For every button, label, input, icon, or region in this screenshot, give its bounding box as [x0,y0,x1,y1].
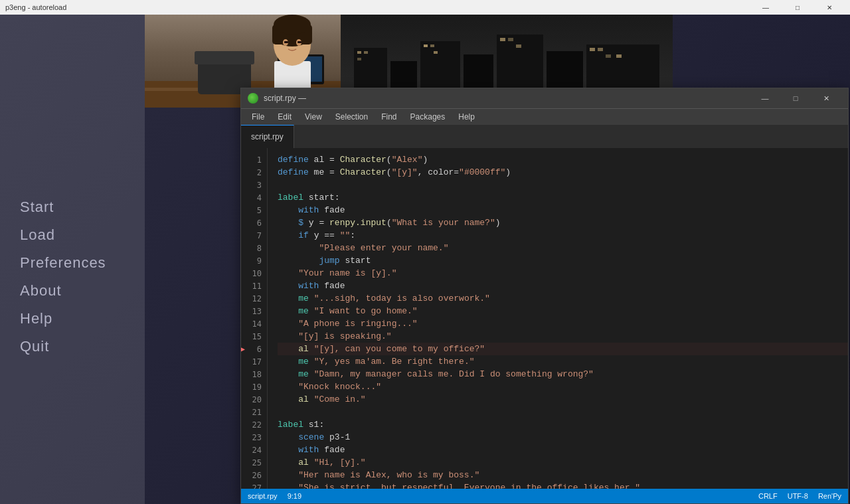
line-num-19: 19 [241,380,267,393]
menu-item-start[interactable]: Start [20,196,106,218]
game-window: p3eng - autoreload — □ ✕ [0,0,850,504]
menu-find[interactable]: Find [376,111,402,123]
svg-rect-35 [298,41,301,43]
line-num-18: 18 [241,368,267,380]
menu-selection[interactable]: Selection [330,111,373,123]
line-num-4: 4 [241,191,267,204]
line-num-27: 27 [241,481,267,489]
code-line-21 [278,406,848,418]
menu-help[interactable]: Help [453,111,480,123]
line-num-9: 9 [241,254,267,267]
svg-rect-34 [284,41,288,43]
menu-edit[interactable]: Edit [272,111,297,123]
code-line-19: "Knock knock..." [278,380,848,393]
line-num-2: 2 [241,166,267,179]
line-num-24: 24 [241,444,267,456]
code-line-7: if y == "": [278,229,848,242]
line-num-26: 26 [241,469,267,481]
code-line-15: "[y] is speaking." [278,330,848,343]
status-right: CRLF UTF-8 Ren'Py [758,492,841,500]
line-num-3: 3 [241,179,267,191]
line-num-6: 6 [241,216,267,229]
code-area[interactable]: define al = Character("Alex") define me … [268,148,848,489]
game-close-button[interactable]: ✕ [814,0,845,15]
line-num-11: 11 [241,280,267,292]
code-line-27: "She is strict, but respectful. Everyone… [278,481,848,489]
code-line-10: "Your name is [y]." [278,267,848,280]
code-line-6: $ y = renpy.input("What is your name?") [278,216,848,229]
editor-tab-script[interactable]: script.rpy [241,125,294,148]
line-num-22: 22 [241,418,267,431]
status-position: 9:19 [288,492,301,500]
svg-point-31 [274,15,311,35]
code-line-4: label start: [278,191,848,204]
editor-titlebar: script.rpy — — □ ✕ [241,88,848,108]
code-line-22: label s1: [278,418,848,431]
code-line-26: "Her name is Alex, who is my boss." [278,469,848,481]
menu-view[interactable]: View [299,111,327,123]
code-line-8: "Please enter your name." [278,242,848,254]
menu-item-help[interactable]: Help [20,307,106,330]
line-num-15: 15 [241,330,267,343]
code-line-3 [278,179,848,191]
menu-file[interactable]: File [246,111,270,123]
editor-statusbar: script.rpy 9:19 CRLF UTF-8 Ren'Py [241,489,848,503]
code-line-25: al "Hi, [y]." [278,456,848,469]
menu-item-quit[interactable]: Quit [20,335,106,358]
game-minimize-button[interactable]: — [750,0,781,15]
game-titlebar: p3eng - autoreload — □ ✕ [0,0,850,15]
menu-item-preferences[interactable]: Preferences [20,252,106,274]
code-line-24: with fade [278,444,848,456]
line-num-21: 21 [241,406,267,418]
line-num-14: 14 [241,317,267,330]
line-num-23: 23 [241,431,267,444]
editor-window: script.rpy — — □ ✕ File Edit View Select… [240,88,849,504]
editor-tab-label: script.rpy [251,132,284,141]
editor-titlebar-buttons: — □ ✕ [750,88,841,108]
svg-rect-23 [195,51,254,64]
editor-close-button[interactable]: ✕ [811,88,841,108]
line-num-13: 13 [241,305,267,317]
game-title: p3eng - autoreload [5,3,750,11]
editor-title: script.rpy — [264,94,306,103]
game-maximize-button[interactable]: □ [782,0,813,15]
code-line-14: "A phone is ringing..." [278,317,848,330]
line-num-8: 8 [241,242,267,254]
editor-menubar: File Edit View Selection Find Packages H… [241,108,848,125]
code-line-2: define me = Character("[y]", color="#000… [278,166,848,179]
menu-items-container: Start Load Preferences About Help Quit [20,196,106,358]
code-line-9: jump start [278,254,848,267]
status-encoding: UTF-8 [788,492,808,500]
code-line-1: define al = Character("Alex") [278,153,848,166]
code-line-13: me "I want to go home." [278,305,848,317]
menu-item-load[interactable]: Load [20,224,106,246]
game-titlebar-buttons: — □ ✕ [750,0,845,15]
code-line-16: al "[y], can you come to my office?" [278,343,848,355]
menu-item-about[interactable]: About [20,280,106,302]
code-line-18: me "Damn, my manager calls me. Did I do … [278,368,848,380]
menu-packages[interactable]: Packages [405,111,451,123]
editor-body: 1 2 3 4 5 6 7 8 9 10 11 12 13 14 15 6 17… [241,148,848,489]
line-num-10: 10 [241,267,267,280]
game-menu: Start Load Preferences About Help Quit [0,15,145,504]
line-num-25: 25 [241,456,267,469]
code-line-12: me "...sigh, today is also overwork." [278,292,848,305]
code-line-20: al "Come in." [278,393,848,406]
status-line-endings: CRLF [758,492,778,500]
line-num-1: 1 [241,153,267,166]
line-num-20: 20 [241,393,267,406]
editor-app-icon [248,93,258,104]
line-num-16: 6 [241,343,267,355]
line-num-12: 12 [241,292,267,305]
line-num-7: 7 [241,229,267,242]
code-line-23: scene p3-1 [278,431,848,444]
status-language: Ren'Py [818,492,841,500]
code-line-5: with fade [278,204,848,216]
editor-minimize-button[interactable]: — [750,88,780,108]
line-num-5: 5 [241,204,267,216]
status-filepath: script.rpy [248,492,278,500]
editor-maximize-button[interactable]: □ [780,88,811,108]
code-line-11: with fade [278,280,848,292]
line-num-17: 17 [241,355,267,368]
line-numbers: 1 2 3 4 5 6 7 8 9 10 11 12 13 14 15 6 17… [241,148,268,489]
